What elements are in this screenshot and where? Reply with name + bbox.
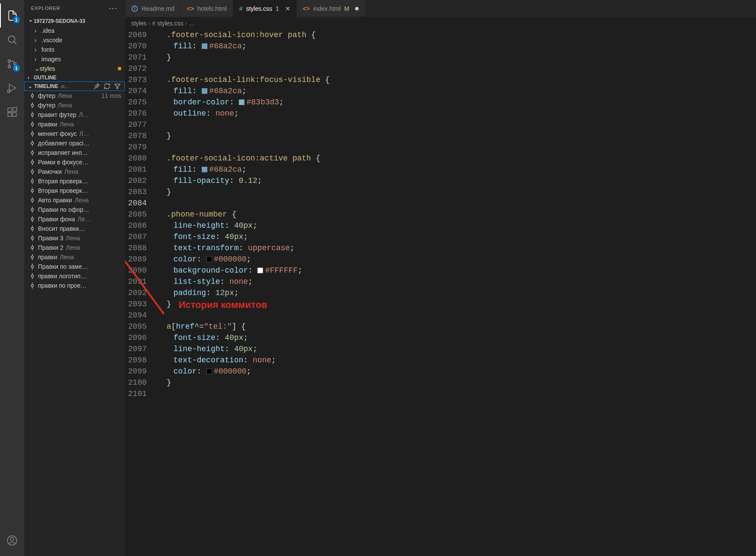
timeline-item[interactable]: Правки 3 Лена — [24, 233, 125, 243]
source-control-icon[interactable]: 1 — [0, 52, 24, 76]
accounts-icon[interactable] — [0, 528, 24, 553]
code-line[interactable] — [160, 388, 756, 399]
scm-badge: 1 — [13, 65, 20, 72]
timeline-item[interactable]: Правки фона Ле… — [24, 214, 125, 224]
line-number: 2093 — [125, 298, 147, 310]
svg-point-2 — [8, 60, 10, 62]
folder-item[interactable]: ›.vscode — [24, 35, 125, 45]
svg-point-0 — [8, 36, 15, 42]
filter-icon[interactable] — [114, 83, 121, 90]
code-line[interactable]: line-height: 40px; — [160, 220, 756, 231]
close-tab-icon[interactable]: ✕ — [285, 5, 290, 12]
code-line[interactable] — [160, 141, 756, 153]
code-line[interactable] — [160, 119, 756, 130]
code-line[interactable] — [160, 63, 756, 74]
folder-item-styles[interactable]: ⌄styles — [24, 64, 125, 73]
line-number: 2082 — [125, 175, 147, 186]
commit-icon — [29, 264, 35, 270]
code-line[interactable]: background-color: #FFFFFF; — [160, 265, 756, 276]
code-line[interactable]: .footer-social-icon:active path { — [160, 153, 756, 164]
code-line[interactable]: } — [160, 298, 756, 310]
search-icon[interactable] — [0, 28, 24, 52]
folder-item[interactable]: ›.idea — [24, 26, 125, 35]
code-line[interactable]: color: #000000; — [160, 254, 756, 265]
commit-icon — [29, 112, 35, 118]
timeline-item[interactable]: футер Лена 11 mos — [24, 91, 125, 101]
breadcrumb-file[interactable]: styles.css — [157, 20, 183, 27]
outline-header[interactable]: › OUTLINE — [24, 73, 125, 82]
timeline-item[interactable]: Вносит правки… — [24, 224, 125, 233]
code-line[interactable]: } — [160, 52, 756, 63]
code-line[interactable]: } — [160, 377, 756, 388]
code-line[interactable]: fill: #68a2ca; — [160, 41, 756, 52]
code-line[interactable]: } — [160, 186, 756, 198]
code-line[interactable]: } — [160, 130, 756, 141]
timeline-item[interactable]: Авто правки Лена — [24, 195, 125, 205]
editor-tab[interactable]: <>index.htmlM — [297, 0, 365, 17]
timeline-item[interactable]: меняет фокус Л… — [24, 129, 125, 138]
line-number: 2079 — [125, 141, 147, 153]
commit-author: Лена — [60, 254, 74, 261]
code-line[interactable]: padding: 12px; — [160, 287, 756, 298]
code-line[interactable]: list-style: none; — [160, 276, 756, 287]
timeline-item[interactable]: правки логотип… — [24, 271, 125, 281]
code-line[interactable]: fill-opacity: 0.12; — [160, 175, 756, 186]
code-editor[interactable]: 2069207020712072207320742075207620772078… — [125, 29, 756, 556]
timeline-item[interactable]: добавляет opaci… — [24, 138, 125, 148]
pin-icon[interactable] — [93, 83, 100, 90]
refresh-icon[interactable] — [104, 83, 110, 90]
timeline-item[interactable]: Правки 2 Лена — [24, 243, 125, 252]
code-line[interactable]: fill: #68a2ca; — [160, 85, 756, 97]
breadcrumbs[interactable]: styles › # styles.css › … — [125, 17, 756, 29]
code-line[interactable]: font-size: 40px; — [160, 332, 756, 343]
code-line[interactable]: line-height: 40px; — [160, 343, 756, 355]
code-line[interactable]: color: #000000; — [160, 366, 756, 377]
timeline-list[interactable]: футер Лена 11 mos футер Лена правит футе… — [24, 91, 125, 556]
code-line[interactable]: font-size: 40px; — [160, 231, 756, 242]
code-line[interactable]: text-decoration: none; — [160, 355, 756, 366]
timeline-item[interactable]: Правки по офор… — [24, 205, 125, 214]
code-body[interactable]: .footer-social-icon:hover path {fill: #6… — [156, 29, 756, 556]
explorer-icon[interactable]: 1 — [0, 3, 24, 28]
timeline-item[interactable]: Рамки в фокусе… — [24, 157, 125, 167]
timeline-item[interactable]: правки по прое… — [24, 281, 125, 290]
project-header[interactable]: 1972729-SEDONA-33 — [24, 16, 125, 26]
breadcrumb-folder[interactable]: styles — [131, 20, 147, 27]
timeline-item[interactable]: правит футер Л… — [24, 110, 125, 119]
timeline-item[interactable]: Рамочки Лена — [24, 167, 125, 176]
more-actions-icon[interactable]: ··· — [109, 4, 118, 13]
folder-item[interactable]: ›fonts — [24, 45, 125, 54]
code-line[interactable]: .footer-social-icon:hover path { — [160, 29, 756, 41]
outline-label: OUTLINE — [34, 75, 57, 81]
code-line[interactable]: outline: none; — [160, 108, 756, 119]
code-line[interactable]: text-transform: uppercase; — [160, 242, 756, 254]
folder-item[interactable]: ›images — [24, 54, 125, 64]
line-number: 2100 — [125, 377, 147, 388]
timeline-item[interactable]: Правки по заме… — [24, 262, 125, 271]
code-line[interactable]: fill: #68a2ca; — [160, 164, 756, 175]
timeline-item[interactable]: футер Лена — [24, 101, 125, 110]
code-line[interactable]: .footer-social-link:focus-visible { — [160, 74, 756, 85]
run-debug-icon[interactable] — [0, 76, 24, 100]
timeline-item[interactable]: правки Лена — [24, 119, 125, 129]
editor-tab[interactable]: Readme.md — [125, 0, 181, 17]
code-line[interactable]: .phone-number { — [160, 209, 756, 220]
timeline-item[interactable]: Вторая проверк… — [24, 186, 125, 195]
code-line[interactable]: border-color: #83b3d3; — [160, 97, 756, 108]
svg-rect-8 — [8, 113, 12, 116]
timeline-item[interactable]: исправляет инп… — [24, 148, 125, 157]
code-line[interactable] — [160, 310, 756, 321]
editor-tab[interactable]: <>hotels.html — [181, 0, 233, 17]
timeline-item[interactable]: правки Лена — [24, 252, 125, 262]
svg-point-16 — [31, 104, 33, 106]
code-line[interactable] — [160, 198, 756, 209]
commit-icon — [29, 131, 35, 137]
editor-tab[interactable]: #styles.css1✕ — [233, 0, 296, 17]
commit-author: Л… — [79, 111, 89, 118]
code-line[interactable]: a[href^="tel:"] { — [160, 321, 756, 332]
extensions-icon[interactable] — [0, 100, 24, 124]
timeline-header[interactable]: ⌄ TIMELINE st… — [24, 82, 125, 91]
timeline-item[interactable]: Вторая проверк… — [24, 176, 125, 186]
commit-author: Лена — [75, 197, 89, 204]
breadcrumb-symbol[interactable]: … — [189, 20, 195, 27]
